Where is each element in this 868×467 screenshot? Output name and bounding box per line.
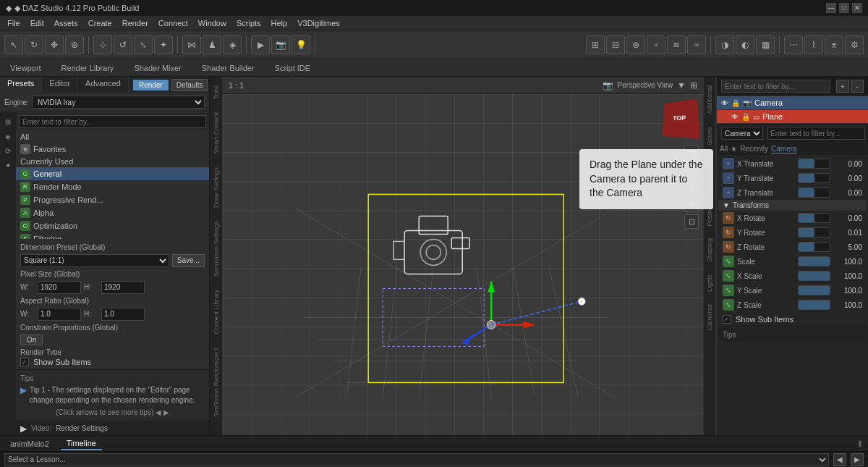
tab-render-library[interactable]: Render Library bbox=[51, 59, 124, 76]
section-render-mode[interactable]: R Render Mode bbox=[16, 180, 209, 193]
transforms-section-header[interactable]: ▼ Transforms bbox=[718, 200, 867, 211]
tree-item-plane[interactable]: 👁 🔒 ▭ Plane bbox=[717, 110, 868, 124]
vp-pan-icon[interactable]: ✥ bbox=[684, 197, 699, 211]
param-y-rotate-slider[interactable] bbox=[798, 227, 830, 237]
section-filtering[interactable]: F Filtering bbox=[16, 232, 209, 239]
height-input[interactable] bbox=[101, 281, 145, 294]
vp-frame-icon[interactable]: ⊡ bbox=[684, 214, 699, 229]
show-sub-items-checkbox[interactable] bbox=[20, 358, 29, 366]
tool-zoom-view[interactable]: ⊕ bbox=[65, 35, 84, 54]
tool-bone[interactable]: ⋈ bbox=[182, 35, 201, 54]
vert-tab-total[interactable]: Total bbox=[211, 80, 221, 105]
menu-create[interactable]: Create bbox=[84, 17, 116, 29]
menu-file[interactable]: File bbox=[3, 17, 25, 29]
param-x-scale-slider[interactable] bbox=[798, 271, 830, 281]
param-x-translate-slider[interactable] bbox=[798, 159, 830, 169]
tool-render[interactable]: ▶ bbox=[251, 35, 270, 54]
vert-tab-simulation[interactable]: Simulation Settings bbox=[211, 215, 221, 282]
vert-tab-scene[interactable]: Scene bbox=[705, 121, 715, 151]
aspect-h-input[interactable] bbox=[101, 308, 145, 321]
section-alpha[interactable]: A Alpha bbox=[16, 206, 209, 219]
viewport-menu-icon[interactable]: ▼ bbox=[677, 80, 686, 91]
tool-pose[interactable]: ♟ bbox=[203, 35, 221, 54]
param-y-scale-slider[interactable] bbox=[798, 285, 830, 295]
panel-tab-presets[interactable]: Presets bbox=[0, 77, 42, 93]
vert-tab-additional[interactable]: Additional bbox=[705, 80, 715, 120]
viewport-expand-icon[interactable]: ⊞ bbox=[690, 80, 697, 91]
scene-tree-btn-2[interactable]: - bbox=[851, 80, 864, 93]
vp-zoom-icon[interactable]: ⊕ bbox=[684, 180, 699, 194]
tool-map[interactable]: ▦ bbox=[756, 35, 775, 54]
window-controls[interactable]: — □ ✕ bbox=[826, 3, 862, 13]
params-filter-input[interactable] bbox=[767, 127, 865, 140]
width-input[interactable] bbox=[38, 281, 81, 294]
section-progressive[interactable]: P Progressive Rend... bbox=[16, 193, 209, 206]
tips-prev[interactable]: ◀ bbox=[156, 408, 161, 416]
menu-edit[interactable]: Edit bbox=[26, 17, 48, 29]
viewport-camera-icon[interactable]: 📷 bbox=[603, 80, 613, 91]
menu-scripts[interactable]: Scripts bbox=[232, 17, 265, 29]
param-z-translate-slider[interactable] bbox=[798, 188, 830, 198]
tool-rotate[interactable]: ↺ bbox=[114, 35, 132, 54]
vert-tab-sim-random[interactable]: SimTorino Randomizer2 bbox=[211, 342, 221, 423]
params-tab-all[interactable]: All bbox=[720, 145, 728, 153]
params-tab-camera[interactable]: Camera bbox=[771, 145, 797, 153]
tab-script-ide[interactable]: Script IDE bbox=[265, 59, 321, 76]
tips-next[interactable]: ▶ bbox=[163, 408, 169, 416]
tool-figure[interactable]: ♂ bbox=[647, 35, 665, 54]
tool-light[interactable]: 💡 bbox=[292, 35, 310, 54]
tool-material[interactable]: ◐ bbox=[736, 35, 754, 54]
tool-settings[interactable]: ⚙ bbox=[845, 35, 864, 54]
tool-align[interactable]: ⊞ bbox=[586, 35, 605, 54]
tool-snap[interactable]: ⊛ bbox=[626, 35, 645, 54]
param-x-rotate-slider[interactable] bbox=[798, 213, 830, 223]
vert-tab-smart-content[interactable]: Smart Content bbox=[211, 106, 221, 160]
render-button[interactable]: Render bbox=[133, 80, 169, 91]
params-category-select[interactable]: Camera bbox=[721, 127, 763, 140]
tab-shader-mixer[interactable]: Shader Mixer bbox=[124, 59, 191, 76]
tree-item-camera[interactable]: 👁 🔒 📷 Camera bbox=[717, 96, 868, 110]
section-optimization[interactable]: O Optimization bbox=[16, 219, 209, 232]
engine-select[interactable]: NVIDIA Iray bbox=[32, 96, 205, 109]
vert-tab-lights[interactable]: Lights bbox=[705, 269, 715, 298]
tool-camera[interactable]: 📷 bbox=[271, 35, 290, 54]
vert-tab-draw-settings[interactable]: Draw Settings bbox=[211, 161, 221, 214]
params-tab-currently-used[interactable]: Recently bbox=[740, 145, 768, 153]
dimension-preset-select[interactable]: Square (1:1) bbox=[20, 254, 169, 267]
lesson-next-btn[interactable]: ▶ bbox=[851, 453, 864, 466]
vp-rotate-icon[interactable]: ↻ bbox=[684, 162, 699, 177]
section-currently-used[interactable]: Currently Used bbox=[16, 156, 209, 167]
param-z-scale-slider[interactable] bbox=[798, 300, 830, 310]
params-tab-favorites[interactable]: ★ bbox=[731, 145, 737, 153]
vert-tab-environment[interactable]: Environment bbox=[705, 151, 715, 200]
tool-shading[interactable]: ◑ bbox=[715, 35, 734, 54]
panel-tab-advanced[interactable]: Advanced bbox=[78, 77, 129, 93]
tool-geometry[interactable]: ◈ bbox=[223, 35, 242, 54]
vert-tab-cameras[interactable]: Cameras bbox=[705, 298, 715, 337]
viewport-canvas[interactable]: TOP 📷 ↻ ⊕ ✥ ⊡ bbox=[223, 94, 703, 435]
menu-render[interactable]: Render bbox=[118, 17, 153, 29]
vert-tab-shaping[interactable]: Shaping bbox=[705, 232, 715, 268]
tab-viewport[interactable]: Viewport bbox=[0, 59, 51, 76]
sidebar-icon-1[interactable]: ⊞ bbox=[1, 115, 14, 128]
tool-smooth[interactable]: ⌇ bbox=[804, 35, 823, 54]
panel-tab-editor[interactable]: Editor bbox=[42, 77, 78, 93]
menu-help[interactable]: Help bbox=[267, 17, 292, 29]
constrain-on-btn[interactable]: On bbox=[20, 335, 43, 345]
minimize-button[interactable]: — bbox=[826, 3, 836, 13]
tool-rotate-view[interactable]: ↻ bbox=[25, 35, 43, 54]
tool-morph[interactable]: ⋯ bbox=[784, 35, 803, 54]
defaults-button[interactable]: Defaults bbox=[171, 79, 208, 91]
scene-tree-filter[interactable] bbox=[721, 80, 830, 93]
bottom-upload-icon[interactable]: ⬆ bbox=[856, 439, 864, 449]
sidebar-icon-3[interactable]: ⟳ bbox=[1, 144, 14, 157]
param-y-translate-slider[interactable] bbox=[798, 173, 830, 183]
tool-scale[interactable]: ⤡ bbox=[134, 35, 153, 54]
bottom-tab-animmelo2[interactable]: animMelo2 bbox=[4, 438, 55, 450]
bottom-tab-timeline[interactable]: Timeline bbox=[61, 437, 102, 450]
tips-arrow[interactable]: ▶ bbox=[20, 385, 27, 395]
lesson-prev-btn[interactable]: ◀ bbox=[833, 453, 846, 466]
section-favorites[interactable]: ★ Favorites bbox=[16, 143, 209, 156]
tool-cloth[interactable]: ≈ bbox=[687, 35, 706, 54]
param-z-rotate-slider[interactable] bbox=[798, 242, 830, 252]
